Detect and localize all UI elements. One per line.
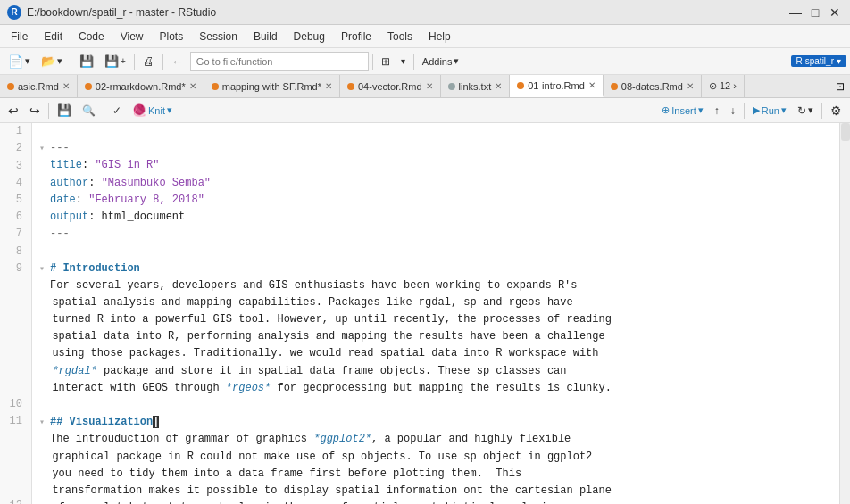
toolbar2-right: ⊕ Insert ▾ ↑ ↓ ▶ Run ▾ ↻ ▾ ⚙ — [657, 101, 846, 120]
new-file-icon: 📄 — [8, 54, 23, 69]
tab-close-02rmd[interactable]: ✕ — [189, 81, 196, 91]
linenum-5: 5 — [0, 192, 26, 209]
menu-bar: File Edit Code View Plots Session Build … — [0, 25, 850, 48]
tab-expand-button[interactable]: ⊡ — [830, 75, 850, 97]
save-button[interactable]: 💾 — [75, 52, 98, 71]
toolbar2-sep-3 — [744, 103, 745, 119]
open-arrow: ▾ — [57, 55, 62, 67]
tab-close-08dates[interactable]: ✕ — [687, 81, 694, 91]
source-button[interactable]: ↻ ▾ — [793, 101, 818, 120]
fold-10[interactable]: ▾ — [39, 416, 48, 430]
fold-4 — [39, 194, 48, 208]
linenum-6: 6 — [0, 209, 26, 226]
tab-more[interactable]: ⊙ 12 › — [702, 75, 745, 97]
fold-6 — [39, 227, 48, 242]
linenum-1: 1 — [0, 123, 26, 140]
menu-profile[interactable]: Profile — [334, 29, 379, 45]
toolbar-right: R spatil_r ▾ — [791, 55, 846, 67]
menu-view[interactable]: View — [113, 29, 151, 45]
tab-close-asic[interactable]: ✕ — [62, 81, 70, 91]
save-all-button[interactable]: 💾 + — [100, 52, 130, 71]
insert-arrow: ▾ — [698, 104, 704, 116]
print-button[interactable]: 🖨 — [138, 52, 159, 71]
run-label: Run — [762, 105, 779, 116]
tab-close-links[interactable]: ✕ — [495, 81, 502, 91]
insert-icon: ⊕ — [662, 104, 670, 116]
title-bar: R E:/bookdown/spatil_r - master - RStudi… — [0, 0, 850, 25]
scrollbar-thumb[interactable] — [841, 123, 850, 141]
yaml-delimiter-2: --- — [50, 227, 70, 240]
redo-button[interactable]: ↪ — [25, 101, 45, 120]
yaml-author-val: "Masumbuko Semba" — [102, 177, 211, 189]
save-icon: 💾 — [79, 54, 94, 68]
tab-dot-links — [448, 83, 455, 90]
tab-04-vector[interactable]: 04-vector.Rmd ✕ — [340, 75, 441, 97]
toolbar-separator-3 — [162, 54, 163, 70]
yaml-colon-2: : — [88, 177, 101, 189]
toolbar-separator-4 — [372, 54, 373, 70]
linenum-11: 11 — [0, 413, 26, 430]
tab-close-mapping[interactable]: ✕ — [325, 81, 332, 91]
linenum-8: 8 — [0, 243, 26, 260]
new-file-button[interactable]: 📄 ▾ — [4, 52, 35, 71]
vertical-scrollbar[interactable] — [839, 123, 850, 504]
addins-arrow: ▾ — [454, 55, 459, 67]
nav-down-button[interactable]: ↓ — [726, 101, 740, 120]
tab-08-dates[interactable]: 08-dates.Rmd ✕ — [604, 75, 702, 97]
menu-build[interactable]: Build — [246, 29, 285, 45]
menu-file[interactable]: File — [4, 29, 35, 45]
addins-button[interactable]: Addins ▾ — [418, 52, 464, 71]
close-button[interactable]: ✕ — [827, 4, 843, 21]
linenum-11-cont — [0, 430, 26, 498]
para-vis: The introuduction of grammar of graphics — [50, 433, 313, 445]
toolbar-separator-5 — [413, 54, 414, 70]
yaml-delimiter-1: --- — [50, 142, 70, 154]
menu-help[interactable]: Help — [421, 29, 458, 45]
yaml-colon-4: : html_document — [88, 211, 185, 223]
menu-code[interactable]: Code — [71, 29, 112, 45]
project-icon: R — [796, 56, 803, 66]
maximize-button[interactable]: □ — [807, 4, 823, 21]
tab-02-rmarkdown[interactable]: 02-rmarkdown.Rmd* ✕ — [78, 75, 204, 97]
tab-dot-04vec — [347, 83, 354, 90]
tab-01-intro[interactable]: 01-intro.Rmd ✕ — [510, 75, 604, 97]
tab-asic-rmd[interactable]: asic.Rmd ✕ — [0, 75, 78, 97]
menu-edit[interactable]: Edit — [37, 29, 70, 45]
spellcheck-button[interactable]: ✓ — [108, 101, 126, 120]
linenum-10: 10 — [0, 396, 26, 413]
project-button[interactable]: R spatil_r ▾ — [791, 55, 846, 67]
grid-view-button[interactable]: ⊞ — [377, 52, 395, 71]
go-to-file-input[interactable] — [190, 52, 369, 71]
tab-dot-02rmd — [85, 83, 92, 90]
gear-button[interactable]: ⚙ — [826, 101, 846, 120]
insert-button[interactable]: ⊕ Insert ▾ — [657, 101, 708, 120]
fold-1[interactable]: ▾ — [39, 142, 48, 156]
save-editor-button[interactable]: 💾 — [53, 101, 76, 120]
link-ggplot2: *ggplot2* — [313, 433, 371, 445]
find-button[interactable]: 🔍 — [78, 101, 100, 120]
undo-button[interactable]: ↩ — [4, 101, 23, 120]
knit-arrow: ▾ — [167, 104, 172, 116]
run-arrow-icon: ▶ — [753, 104, 760, 116]
open-file-button[interactable]: 📂 ▾ — [37, 52, 67, 71]
menu-debug[interactable]: Debug — [287, 29, 332, 45]
tab-mapping-sf[interactable]: mapping with SF.Rmd* ✕ — [204, 75, 340, 97]
fold-8[interactable]: ▾ — [39, 262, 48, 277]
editor-toolbar: ↩ ↪ 💾 🔍 ✓ 🧶 Knit ▾ ⊕ Insert ▾ ↑ ↓ ▶ Run … — [0, 98, 850, 123]
run-button[interactable]: ▶ Run ▾ — [748, 101, 791, 120]
editor-text[interactable]: ▾--- title: "GIS in R" author: "Masumbuk… — [32, 123, 839, 504]
nav-up-button[interactable]: ↑ — [710, 101, 724, 120]
knit-button[interactable]: 🧶 Knit ▾ — [128, 101, 177, 120]
menu-session[interactable]: Session — [192, 29, 245, 45]
menu-tools[interactable]: Tools — [380, 29, 420, 45]
tab-close-04vec[interactable]: ✕ — [426, 81, 433, 91]
minimize-button[interactable]: — — [788, 4, 804, 21]
tab-close-01intro[interactable]: ✕ — [588, 80, 596, 90]
back-button[interactable]: ← — [167, 52, 188, 71]
tab-links-txt[interactable]: links.txt ✕ — [441, 75, 511, 97]
menu-plots[interactable]: Plots — [153, 29, 191, 45]
toolbar2-sep-4 — [821, 103, 822, 119]
title-bar-left: R E:/bookdown/spatil_r - master - RStudi… — [7, 5, 216, 20]
para-intro: For several years, developers and GIS en… — [39, 279, 612, 377]
grid-arrow[interactable]: ▾ — [396, 52, 410, 71]
